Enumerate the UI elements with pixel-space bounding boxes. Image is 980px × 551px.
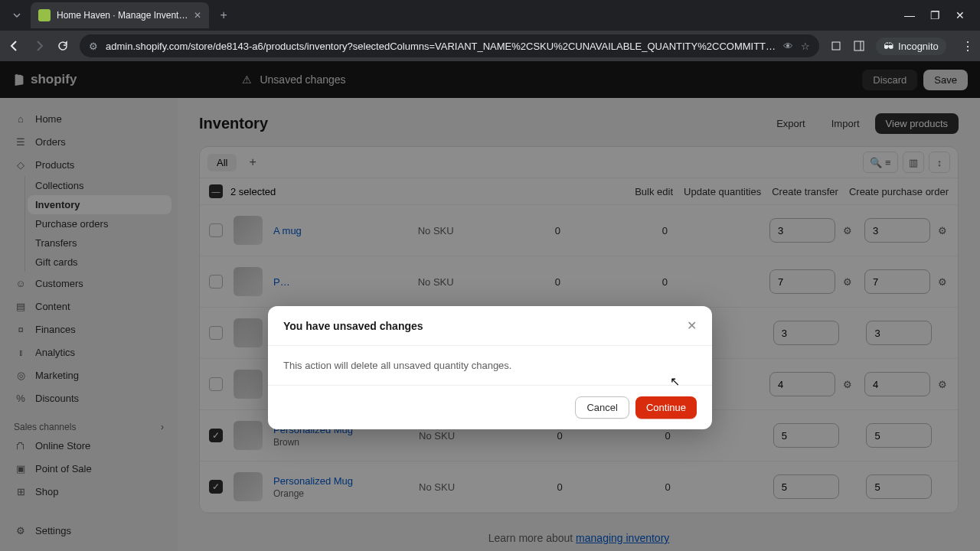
browser-tab[interactable]: Home Haven · Manage Invent… ✕: [31, 2, 209, 28]
modal-body: This action will delete all unsaved quan…: [268, 346, 712, 385]
close-tab-icon[interactable]: ✕: [194, 10, 201, 21]
eye-off-icon[interactable]: 👁: [783, 41, 793, 52]
maximize-icon[interactable]: ❐: [930, 9, 940, 21]
incognito-label: Incognito: [898, 41, 939, 52]
modal-title: You have unsaved changes: [283, 320, 423, 332]
browser-toolbar: ⚙ admin.shopify.com/store/de8143-a6/prod…: [0, 31, 980, 61]
close-window-icon[interactable]: ✕: [956, 9, 965, 21]
tab-title: Home Haven · Manage Invent…: [57, 10, 188, 21]
address-bar[interactable]: ⚙ admin.shopify.com/store/de8143-a6/prod…: [80, 34, 819, 57]
modal-overlay: You have unsaved changes ✕ This action w…: [0, 61, 980, 551]
url-text: admin.shopify.com/store/de8143-a6/produc…: [106, 41, 776, 52]
svg-rect-1: [854, 41, 864, 51]
close-modal-icon[interactable]: ✕: [687, 318, 697, 333]
browser-menu-icon[interactable]: ⋮: [957, 39, 978, 54]
panel-icon[interactable]: [853, 40, 865, 52]
shopify-favicon: [38, 9, 51, 21]
tab-search-dropdown[interactable]: [6, 5, 28, 26]
continue-button[interactable]: Continue: [635, 396, 697, 419]
extensions-icon[interactable]: [830, 40, 842, 52]
bookmark-icon[interactable]: ☆: [801, 41, 810, 52]
unsaved-changes-modal: You have unsaved changes ✕ This action w…: [268, 306, 712, 429]
incognito-icon: 🕶: [884, 41, 893, 52]
back-button[interactable]: [8, 39, 21, 53]
minimize-icon[interactable]: ―: [904, 9, 915, 21]
incognito-badge: 🕶 Incognito: [876, 37, 946, 55]
cancel-button[interactable]: Cancel: [575, 396, 629, 419]
site-info-icon[interactable]: ⚙: [89, 41, 98, 52]
browser-tab-strip: Home Haven · Manage Invent… ✕ + ― ❐ ✕: [0, 0, 980, 31]
window-controls: ― ❐ ✕: [904, 9, 974, 21]
forward-button[interactable]: [32, 39, 46, 53]
new-tab-button[interactable]: +: [212, 8, 234, 22]
reload-button[interactable]: [57, 40, 69, 52]
svg-rect-0: [832, 42, 840, 50]
